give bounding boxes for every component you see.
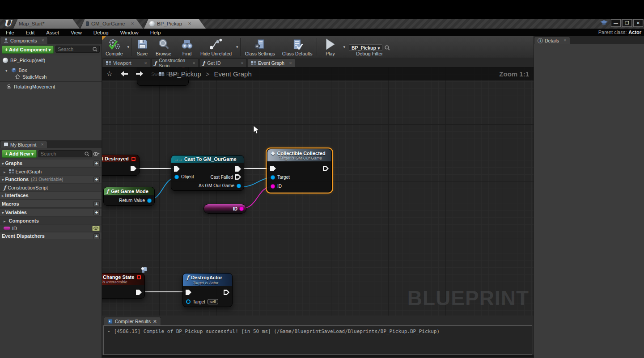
tab-construction-script[interactable]: ƒ Construction Scrip	[151, 59, 199, 67]
breadcrumb-asset[interactable]: BP_Pickup	[168, 70, 201, 78]
overridable-note[interactable]: (21 Overridable)	[31, 177, 63, 182]
visibility-filter-icon[interactable]	[93, 152, 100, 156]
expander-icon[interactable]	[2, 210, 5, 215]
node-collectible-collected[interactable]: ◈ Collectible Collected Target is GM Our…	[267, 149, 332, 192]
nav-back-icon[interactable]	[117, 71, 132, 77]
tree-item-self[interactable]: BP_Pickup(self)	[0, 57, 102, 63]
menu-view[interactable]: View	[65, 30, 88, 35]
add-new-button[interactable]: + Add New	[2, 150, 37, 158]
menu-asset[interactable]: Asset	[40, 30, 65, 35]
tab-event-graph[interactable]: Event Graph	[248, 59, 295, 67]
debug-search-icon[interactable]	[385, 45, 390, 51]
close-tab-icon[interactable]	[241, 61, 244, 65]
close-tab-icon[interactable]	[42, 38, 45, 42]
node-id-variable-getter[interactable]: ID	[203, 204, 246, 214]
menu-edit[interactable]: Edit	[20, 30, 41, 35]
close-tab-icon[interactable]	[289, 61, 292, 65]
category-graphs[interactable]: Graphs	[0, 160, 102, 167]
compile-options-caret-icon[interactable]	[127, 45, 131, 49]
tree-item-staticmesh[interactable]: StaticMesh	[0, 73, 102, 80]
play-options-caret-icon[interactable]	[342, 45, 346, 49]
tab-components-panel[interactable]: Components	[0, 37, 48, 44]
find-button[interactable]: Find	[177, 36, 197, 58]
add-function-button[interactable]	[93, 177, 100, 182]
id-input-pin[interactable]	[271, 184, 275, 189]
tab-viewport[interactable]: Viewport	[103, 59, 150, 67]
close-button[interactable]: ✕	[633, 19, 643, 27]
object-input-pin[interactable]	[174, 175, 179, 179]
exec-in-pin[interactable]	[186, 290, 191, 295]
tree-item-box[interactable]: Box	[0, 67, 102, 73]
category-macros[interactable]: Macros	[0, 200, 102, 208]
node-event-destroyed[interactable]: Event Destroyed	[102, 155, 140, 176]
components-search-input[interactable]	[58, 46, 93, 52]
category-interfaces[interactable]: Interfaces	[0, 192, 102, 199]
subcategory-components[interactable]: Components	[0, 217, 102, 224]
item-constructionscript[interactable]: ƒ ConstructionScript	[0, 184, 102, 191]
components-search[interactable]	[55, 46, 100, 53]
category-variables[interactable]: Variables	[0, 209, 102, 216]
close-tab-icon[interactable]	[144, 61, 147, 65]
menu-file[interactable]: File	[0, 30, 20, 35]
close-tab-icon[interactable]	[131, 21, 134, 26]
expander-icon[interactable]	[2, 193, 5, 198]
hide-unrelated-caret-icon[interactable]	[235, 45, 239, 49]
as-gm-our-game-pin[interactable]	[237, 184, 241, 188]
add-macro-button[interactable]	[93, 201, 100, 207]
tree-item-rotatingmovement[interactable]: RotatingMovement	[0, 83, 102, 90]
asset-tab-gm-ourgame[interactable]: GM_OurGame	[80, 19, 143, 29]
node-event-change-state[interactable]: Event Change State From BPI Interactable	[102, 273, 145, 299]
target-input-pin[interactable]	[186, 299, 191, 304]
my-blueprint-search[interactable]	[38, 150, 92, 157]
category-functions[interactable]: Functions (21 Overridable)	[0, 176, 102, 183]
minimize-button[interactable]: —	[611, 19, 621, 27]
tutorial-cap-icon[interactable]	[600, 20, 608, 26]
exec-out-pin[interactable]	[323, 166, 329, 171]
asset-tab-map-start[interactable]: Map_Start*	[13, 19, 80, 29]
expander-icon[interactable]	[4, 169, 7, 174]
exec-out-pin[interactable]	[136, 290, 142, 295]
expander-icon[interactable]	[4, 218, 7, 223]
category-event-dispatchers[interactable]: Event Dispatchers	[0, 232, 102, 240]
tab-compiler-results[interactable]: Compiler Results	[104, 317, 161, 325]
favorite-star-icon[interactable]	[102, 70, 117, 78]
tab-details[interactable]: i Details	[534, 37, 570, 44]
add-component-button[interactable]: + Add Component	[2, 46, 54, 54]
my-blueprint-search-input[interactable]	[41, 151, 85, 156]
item-eventgraph[interactable]: EventGraph	[0, 168, 102, 175]
asset-tab-bp-pickup[interactable]: BP_Pickup	[144, 19, 206, 29]
class-defaults-button[interactable]: Class Defaults	[279, 36, 316, 58]
expander-icon[interactable]	[2, 177, 5, 182]
menu-debug[interactable]: Debug	[88, 30, 114, 35]
maximize-button[interactable]: ❐	[622, 19, 632, 27]
tab-my-blueprint[interactable]: My Blueprint	[0, 141, 47, 148]
menu-window[interactable]: Window	[114, 30, 144, 35]
return-value-pin[interactable]	[147, 198, 152, 203]
exec-out-pin[interactable]	[131, 166, 136, 171]
close-tab-icon[interactable]	[153, 319, 157, 324]
close-tab-icon[interactable]	[564, 38, 567, 42]
save-button[interactable]: Save	[132, 36, 152, 58]
exec-out-pin[interactable]	[235, 166, 241, 172]
exec-in-pin[interactable]	[270, 166, 276, 171]
item-id-variable[interactable]: ID	[0, 225, 102, 232]
exec-out-pin[interactable]	[224, 290, 229, 295]
add-dispatcher-button[interactable]	[93, 233, 100, 239]
tab-get-id[interactable]: ƒ Get ID	[199, 59, 247, 67]
node-destroy-actor[interactable]: ƒ DestroyActor Target is Actor Target se…	[182, 273, 233, 307]
target-input-pin[interactable]	[271, 175, 275, 180]
expander-icon[interactable]	[5, 67, 9, 73]
expander-icon[interactable]	[2, 160, 5, 166]
add-variable-button[interactable]	[93, 210, 100, 215]
debug-object-dropdown[interactable]: BP_Pickup	[349, 44, 382, 51]
class-settings-button[interactable]: Class Settings	[242, 36, 279, 58]
close-tab-icon[interactable]	[192, 61, 195, 65]
event-graph-canvas[interactable]: From Sweep Sweep Result BP_Pickup	[102, 67, 534, 316]
id-output-pin[interactable]	[239, 206, 244, 211]
close-tab-icon[interactable]	[41, 143, 44, 147]
play-button[interactable]: Play	[318, 36, 342, 58]
menu-help[interactable]: Help	[144, 30, 167, 35]
browse-button[interactable]: Browse	[152, 36, 175, 58]
parent-class-link[interactable]: Actor	[628, 29, 641, 35]
cast-failed-exec-pin[interactable]	[235, 174, 241, 180]
